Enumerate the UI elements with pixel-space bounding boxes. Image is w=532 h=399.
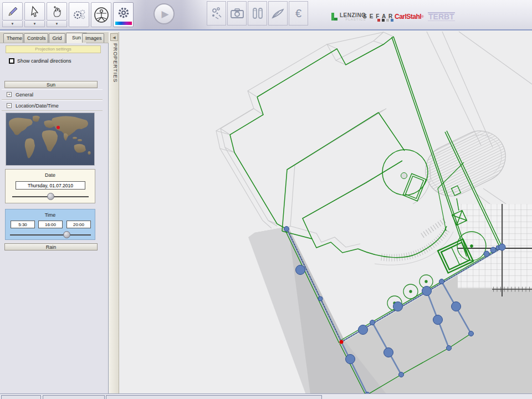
sun-section-header[interactable]: Sun — [4, 81, 98, 88]
tab-images[interactable]: Images — [82, 33, 104, 43]
status-segment — [106, 395, 322, 399]
render-settings-button[interactable] — [113, 2, 134, 27]
lenzing-logo: LENZING PLASTICS — [331, 8, 366, 25]
world-map-image — [6, 113, 94, 165]
show-cardinal-row: Show cardinal directions — [9, 58, 103, 64]
tab-grid[interactable]: Grid — [49, 33, 65, 43]
grab-add-tool-dropdown[interactable]: ▼ — [47, 21, 67, 27]
pricing-button[interactable]: € — [289, 1, 308, 25]
time-label: Time — [6, 212, 95, 218]
time-slider[interactable] — [10, 231, 91, 238]
rain-section-header[interactable]: Rain — [4, 243, 98, 250]
draw-tool-button[interactable] — [2, 2, 23, 21]
spools-icon — [251, 6, 264, 21]
time-start-field[interactable] — [11, 221, 35, 228]
location-marker — [57, 126, 60, 129]
collapse-icon[interactable]: − — [7, 103, 12, 108]
partner4-text: TERBT — [428, 12, 455, 21]
tab-theme[interactable]: Theme — [3, 33, 23, 43]
sidebar-tabstrip: Theme Controls Grid Sun Images — [0, 32, 109, 43]
parts-button[interactable] — [207, 1, 226, 25]
cursor-icon — [29, 6, 40, 18]
viewport-3d[interactable] — [119, 30, 532, 393]
date-slider-thumb[interactable] — [47, 193, 54, 200]
hand-plus-icon — [51, 6, 63, 18]
draw-tool-dropdown[interactable]: ▼ — [2, 21, 23, 27]
carlstahl-logo: CarlStahl® — [395, 8, 424, 25]
time-current-field[interactable] — [38, 221, 63, 228]
date-panel: Date — [5, 169, 95, 203]
tab-controls[interactable]: Controls — [24, 33, 48, 43]
snapshot-button[interactable] — [227, 1, 247, 25]
properties-collapse-button[interactable]: ◀ — [110, 33, 118, 41]
location-label: Location/Date/Time — [16, 103, 59, 109]
lenzing-text: LENZING — [340, 13, 366, 18]
lenzing-mark-icon — [331, 12, 338, 21]
main-toolbar: ▼ ▼ ▼ ▶ € LENZING PLASTICS — [0, 0, 532, 30]
general-section-row[interactable]: + General — [2, 89, 103, 100]
world-map[interactable] — [6, 112, 95, 166]
color-gradient-bar — [115, 22, 132, 25]
general-label: General — [16, 92, 33, 98]
time-panel: Time — [5, 209, 95, 240]
date-field[interactable] — [16, 181, 85, 190]
projection-settings-bar[interactable]: Projection settings — [6, 45, 101, 53]
show-cardinal-label: Show cardinal directions — [17, 58, 71, 64]
select-tool-dropdown[interactable]: ▼ — [24, 21, 45, 27]
partner-logos: LENZING PLASTICS SEFAR CarlStahl® TERBT — [328, 8, 456, 25]
scene-drawing — [119, 30, 532, 393]
time-slider-track — [10, 234, 91, 236]
status-segment — [1, 395, 41, 399]
time-end-field[interactable] — [66, 221, 91, 228]
select-tool-button[interactable] — [24, 2, 45, 21]
vitruvian-man-icon — [93, 7, 110, 23]
grab-add-tool-button[interactable] — [47, 2, 67, 21]
euro-icon: € — [295, 7, 301, 20]
gear-icon — [117, 6, 130, 19]
carlstahl-text: CarlStahl — [395, 13, 421, 21]
selected-point — [340, 340, 344, 344]
camera-icon — [230, 7, 244, 19]
status-bar — [0, 393, 532, 399]
status-segment — [43, 395, 105, 399]
properties-strip — [109, 32, 119, 393]
transform-tool-button[interactable] — [69, 2, 89, 27]
show-cardinal-checkbox[interactable] — [9, 58, 14, 64]
cylinder-wireframe — [417, 122, 514, 204]
building-wireframe — [216, 32, 431, 247]
gears-move-icon — [72, 8, 86, 22]
sefar-squares — [377, 19, 393, 22]
play-button[interactable]: ▶ — [154, 3, 175, 24]
partner4-logo: TERBT — [428, 8, 455, 25]
carlstahl-reg: ® — [421, 15, 423, 18]
settings-sidebar: Theme Controls Grid Sun Images Projectio… — [0, 32, 109, 393]
sefar-logo: SEFAR — [363, 8, 395, 25]
feather-button[interactable] — [268, 1, 288, 25]
pencil-icon — [7, 6, 19, 18]
yarn-button[interactable] — [248, 1, 267, 25]
feather-icon — [271, 7, 285, 20]
human-model-button[interactable] — [91, 2, 111, 27]
parts-icon — [210, 6, 223, 21]
date-slider[interactable] — [12, 193, 89, 200]
date-label: Date — [6, 172, 95, 178]
time-slider-thumb[interactable] — [63, 231, 70, 238]
play-icon: ▶ — [161, 8, 168, 20]
properties-tab-label[interactable]: PROPERTIES — [110, 43, 119, 83]
expand-icon[interactable]: + — [7, 92, 12, 97]
location-section-row[interactable]: − Location/Date/Time — [2, 100, 103, 111]
